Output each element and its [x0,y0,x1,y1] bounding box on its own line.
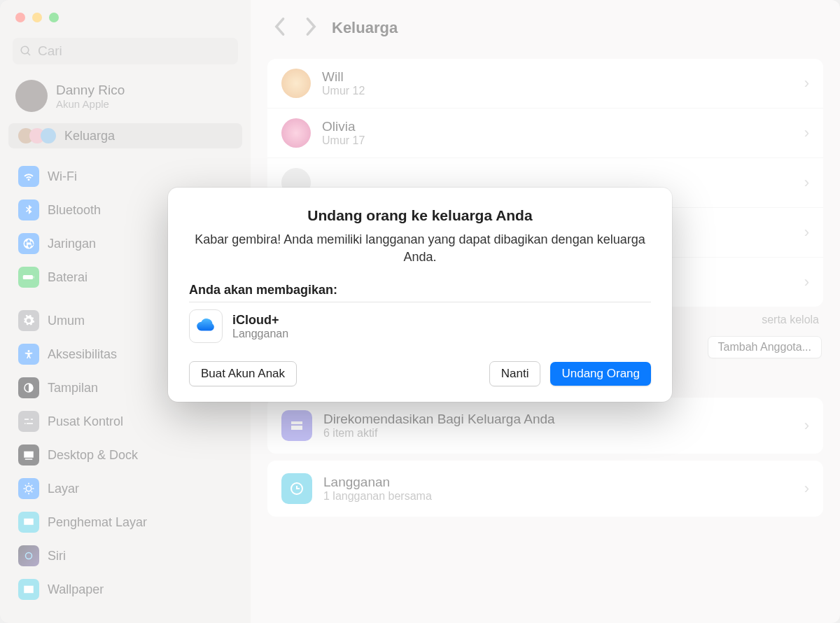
modal-title: Undang orang ke keluarga Anda [189,207,651,224]
invite-people-button[interactable]: Undang Orang [550,362,651,386]
modal-backdrop: Undang orang ke keluarga Anda Kabar gemb… [0,0,840,623]
share-item-type: Langganan [232,328,288,340]
settings-window: Cari Danny Rico Akun Apple Keluarga Wi-F… [0,0,840,623]
share-item-row: iCloud+ Langganan [189,309,651,343]
share-item-name: iCloud+ [232,313,288,328]
invite-modal: Undang orang ke keluarga Anda Kabar gemb… [168,188,672,402]
create-child-account-button[interactable]: Buat Akun Anak [189,361,297,386]
modal-description: Kabar gembira! Anda memiliki langganan y… [189,231,651,266]
icloud-icon [189,309,223,343]
later-button[interactable]: Nanti [489,361,541,386]
share-heading: Anda akan membagikan: [189,283,651,298]
